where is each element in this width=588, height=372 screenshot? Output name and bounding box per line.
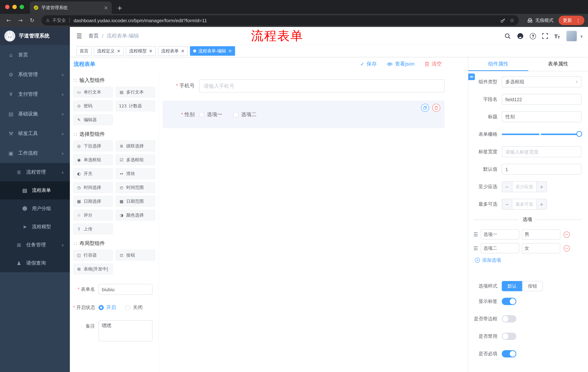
back-icon[interactable]: ← [4,15,14,25]
window-minimize-button[interactable] [12,5,17,9]
palette-item[interactable]: ◐ 开关 [73,168,113,179]
browser-tab[interactable]: 芋道管理系统 × [30,1,112,14]
palette-item[interactable]: 123 计数器 [116,100,155,111]
sidebar-item-system[interactable]: ⚙ 系统管理 ∨ [0,65,70,85]
copy-widget-button[interactable] [421,104,429,112]
field-name-input[interactable] [502,94,581,105]
github-icon[interactable] [517,33,524,39]
default-value-input[interactable] [502,164,581,175]
palette-item[interactable]: ◑ 颜色选择 [116,210,155,221]
palette-item[interactable]: ✎ 编辑器 [73,114,113,125]
gender-option-2[interactable]: 选项二 [233,111,257,118]
required-toggle[interactable] [502,350,516,357]
sidebar-item-payment[interactable]: ¥ 支付管理 ∨ [0,85,70,104]
form-name-input[interactable] [99,284,152,295]
phone-field-input[interactable] [199,79,445,93]
url-text[interactable]: dashboard.yudao.iocoder.cn/bpm/manager/f… [74,18,498,23]
palette-item[interactable]: ◎ 下拉选择 [73,140,113,151]
palette-item[interactable]: ◷ 时间选择 [73,182,113,193]
title-input[interactable] [502,111,581,122]
tag-process-form[interactable]: 流程表单 × [158,46,188,56]
fullscreen-icon[interactable] [542,33,548,39]
forward-icon[interactable]: → [15,15,25,25]
canvas-field-gender-selected[interactable]: 性别 选项一 选项二 [163,100,445,128]
radio-off[interactable] [125,305,130,310]
add-option-button[interactable]: + 添加选项 [475,257,581,264]
breadcrumb-home-link[interactable]: 首页 [89,33,99,39]
security-label[interactable]: 不安全 [52,17,66,23]
sidebar-item-process-management[interactable]: ≣ 流程管理 ∧ [0,163,70,181]
clear-button[interactable]: 清空 [425,61,442,67]
min-select-value[interactable]: 至少应选 [512,182,536,192]
tag-close-icon[interactable]: × [117,49,120,53]
new-tab-button[interactable]: + [115,2,125,13]
canvas-field-phone[interactable]: 手机号 [163,79,445,93]
bookmark-star-icon[interactable]: ☆ [510,17,514,24]
option-2-value-input[interactable] [522,243,560,253]
view-json-button[interactable]: 查看json [387,61,414,67]
radio-off-label[interactable]: 关闭 [133,304,143,311]
max-select-value[interactable]: 最多可选 [512,199,536,209]
sidebar-item-workflow[interactable]: ▣ 工作流程 ∧ [0,143,70,163]
tab-form-properties[interactable]: 表单属性 [528,57,588,71]
palette-item[interactable]: ⊞ 表格[开发中] [73,264,113,275]
sidebar-item-process-form[interactable]: ▤ 流程表单 [0,181,70,200]
gender-option-1[interactable]: 选项一 [199,111,222,118]
password-key-icon[interactable] [500,18,505,23]
tag-process-form-edit[interactable]: 流程表单-编辑 × [190,46,235,56]
palette-item[interactable]: ▭ 单行文本 [73,87,113,97]
palette-item[interactable]: ▩ 日期范围 [116,196,155,207]
sidebar-item-task-management[interactable]: ⊞ 任务管理 ∨ [0,236,70,254]
disabled-toggle[interactable] [502,333,516,340]
option-1-name-input[interactable] [481,229,519,240]
tag-process-model[interactable]: 流程模型 × [126,46,156,56]
palette-item[interactable]: ☆ 评分 [73,210,113,221]
drag-handle-icon[interactable]: ☰ [473,245,478,251]
help-icon[interactable]: ? [530,33,536,39]
address-bar[interactable]: ⚠ 不安全 dashboard.yudao.iocoder.cn/bpm/man… [42,15,519,25]
checkbox-icon[interactable] [199,112,204,117]
sidebar-item-leave-query[interactable]: ♟ 请假查询 [0,254,70,272]
palette-item[interactable]: ▦ 日期选择 [73,196,113,207]
sidebar-item-user-group[interactable]: ☻ 用户分组 [0,200,70,218]
tag-process-definition[interactable]: 流程定义 × [94,46,124,56]
palette-item[interactable]: ⇪ 上传 [73,223,113,234]
option-style-button-button[interactable]: 按钮 [522,281,543,291]
stepper-minus-button[interactable]: − [502,199,512,209]
form-grid-slider[interactable] [502,129,581,140]
palette-item[interactable]: ☑ 多选框组 [116,154,155,165]
stepper-plus-button[interactable]: + [536,199,546,209]
radio-on[interactable] [99,305,104,310]
window-zoom-button[interactable] [20,5,24,9]
delete-widget-button[interactable] [432,104,440,112]
stepper-plus-button[interactable]: + [536,182,546,192]
palette-item[interactable]: ↔ 滑块 [116,168,155,179]
drag-handle-icon[interactable]: ☰ [473,232,478,237]
sidebar-item-home[interactable]: ⌂ 首页 [0,45,70,65]
palette-item[interactable]: ◫ 行容器 [73,250,113,261]
tab-component-properties[interactable]: 组件属性 [468,57,528,71]
label-width-input[interactable] [502,146,581,157]
save-button[interactable]: ✓ 保存 [360,61,377,67]
slider-handle[interactable] [576,131,582,137]
search-icon[interactable] [505,33,511,39]
option-2-name-input[interactable] [481,243,519,253]
sidebar-collapse-icon[interactable]: ☰ [75,32,84,40]
slider-track[interactable] [502,134,581,135]
tab-close-icon[interactable]: × [104,5,108,10]
remove-option-icon[interactable]: − [563,245,570,251]
checkbox-icon[interactable] [233,112,238,117]
palette-item[interactable]: ⊙ 密码 [73,100,113,111]
option-1-value-input[interactable] [522,229,560,240]
browser-menu-icon[interactable]: ⋮ [574,18,582,23]
remove-option-icon[interactable]: − [563,231,570,237]
palette-item[interactable]: ≣ 级联选择 [116,140,155,151]
radio-on-label[interactable]: 开启 [106,304,116,311]
palette-item[interactable]: ◉ 单选框组 [73,154,113,165]
show-label-toggle[interactable] [502,298,516,305]
tag-home[interactable]: 首页 [76,46,92,56]
window-close-button[interactable] [5,5,10,9]
option-style-default-button[interactable]: 默认 [502,281,522,291]
sidebar-item-infrastructure[interactable]: ▤ 基础设施 ∨ [0,104,70,124]
font-size-icon[interactable]: TT [554,33,560,39]
